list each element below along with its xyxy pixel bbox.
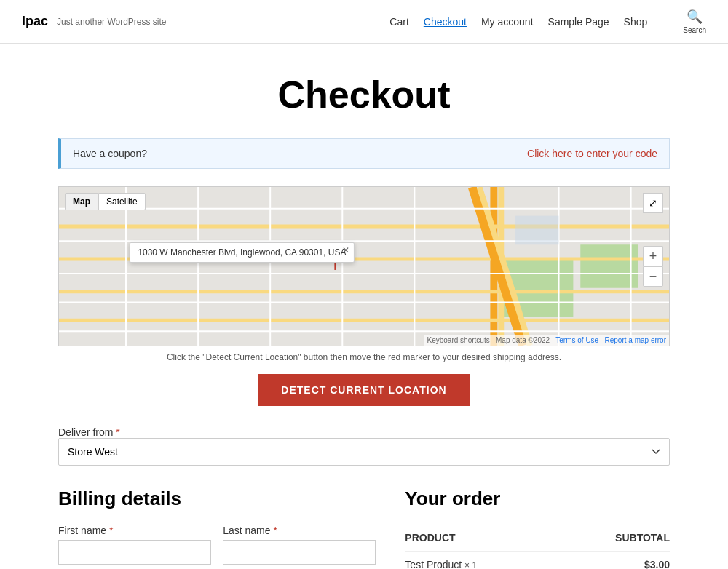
site-tagline: Just another WordPress site — [57, 17, 167, 27]
coupon-bar: Have a coupon? Click here to enter your … — [58, 138, 670, 169]
table-row: Test Product × 1 $3.00 — [405, 552, 670, 570]
last-name-label: Last name * — [223, 525, 376, 536]
billing-title: Billing details — [58, 488, 376, 510]
checkout-columns: Billing details First name * Last name * — [58, 488, 670, 569]
detect-button-wrapper: DETECT CURRENT LOCATION — [58, 374, 670, 406]
product-qty: × 1 — [464, 560, 477, 569]
site-name: lpac — [22, 14, 48, 29]
page-title: Checkout — [58, 73, 670, 116]
main-content: Checkout Have a coupon? Click here to en… — [36, 44, 692, 569]
billing-column: Billing details First name * Last name * — [58, 488, 376, 569]
search-button[interactable]: 🔍 Search — [683, 9, 706, 34]
terms-of-use[interactable]: Terms of Use — [555, 336, 598, 344]
map-popup: 1030 W Manchester Blvd, Inglewood, CA 90… — [130, 242, 354, 263]
map-data: Map data ©2022 — [496, 336, 550, 344]
map-zoom: + − — [643, 246, 663, 287]
order-table: PRODUCT SUBTOTAL Test Product × 1 $3.00 … — [405, 525, 670, 569]
nav-myaccount[interactable]: My account — [481, 16, 534, 28]
map-attribution: Keyboard shortcuts Map data ©2022 Terms … — [424, 335, 670, 346]
search-label: Search — [683, 26, 706, 34]
first-name-group: First name * — [58, 525, 211, 565]
deliver-from-select[interactable]: Store West Store East Store North — [58, 438, 670, 466]
map-hint: Click the "Detect Current Location" butt… — [58, 352, 670, 362]
first-name-label: First name * — [58, 525, 211, 536]
order-column: Your order PRODUCT SUBTOTAL Test Product… — [405, 488, 670, 569]
map-expand: ⤢ — [643, 193, 663, 213]
last-name-group: Last name * — [223, 525, 376, 565]
order-product-header: PRODUCT — [405, 525, 555, 552]
main-nav: Cart Checkout My account Sample Page Sho… — [389, 9, 706, 34]
expand-button[interactable]: ⤢ — [643, 193, 663, 213]
zoom-out-button[interactable]: − — [643, 266, 663, 287]
nav-divider — [665, 15, 665, 29]
map-container: Map Satellite ⤢ 1030 W Manchester Blvd, … — [58, 186, 670, 346]
order-total-header: SUBTOTAL — [555, 525, 670, 552]
first-name-input[interactable] — [58, 540, 211, 565]
site-header: lpac Just another WordPress site Cart Ch… — [0, 0, 728, 44]
popup-address: 1030 W Manchester Blvd, Inglewood, CA 90… — [138, 247, 346, 258]
last-name-required: * — [273, 525, 277, 536]
nav-samplepage[interactable]: Sample Page — [548, 16, 609, 28]
popup-close[interactable]: ✕ — [342, 245, 349, 255]
first-name-required: * — [109, 525, 113, 536]
deliver-from-section: Deliver from * Store West Store East Sto… — [58, 426, 670, 466]
product-price: $3.00 — [555, 552, 670, 570]
search-icon: 🔍 — [687, 9, 703, 25]
name-row: First name * Last name * — [58, 525, 376, 565]
nav-cart[interactable]: Cart — [389, 16, 408, 28]
svg-rect-2 — [580, 244, 638, 287]
keyboard-shortcuts: Keyboard shortcuts — [427, 336, 490, 344]
map-svg — [59, 187, 669, 346]
nav-shop[interactable]: Shop — [624, 16, 648, 28]
coupon-link[interactable]: Click here to enter your code — [527, 148, 657, 159]
map-tab-map[interactable]: Map — [65, 193, 98, 210]
coupon-text: Have a coupon? — [73, 148, 147, 159]
report-map[interactable]: Report a map error — [605, 336, 666, 344]
zoom-in-button[interactable]: + — [643, 246, 663, 266]
deliver-required-star: * — [116, 426, 119, 438]
order-product-cell: Test Product × 1 — [405, 552, 555, 570]
last-name-input[interactable] — [223, 540, 376, 565]
order-title: Your order — [405, 488, 670, 510]
deliver-from-label: Deliver from * — [58, 426, 120, 438]
product-name: Test Product — [405, 559, 462, 569]
detect-location-button[interactable]: DETECT CURRENT LOCATION — [258, 374, 470, 406]
nav-checkout[interactable]: Checkout — [424, 16, 467, 28]
map-placeholder: Map Satellite ⤢ 1030 W Manchester Blvd, … — [59, 187, 669, 346]
map-tab-satellite[interactable]: Satellite — [98, 193, 146, 210]
svg-rect-23 — [515, 216, 558, 245]
map-tabs: Map Satellite — [65, 193, 146, 210]
